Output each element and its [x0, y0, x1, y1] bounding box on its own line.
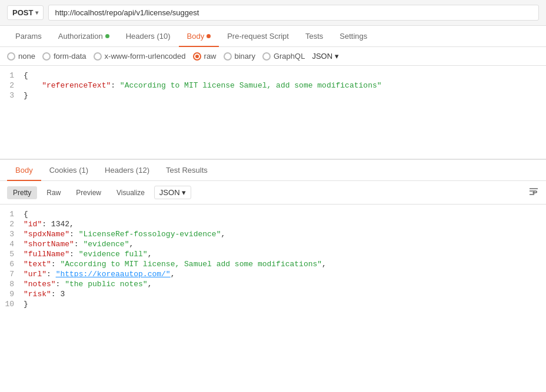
- resp-content: "id": 1342,: [24, 220, 74, 229]
- resp-line: 10}: [0, 299, 546, 309]
- req-linenum-3: 3: [0, 91, 24, 100]
- radio-form-data: [42, 52, 51, 61]
- tab-headers-label: Headers (10): [126, 32, 171, 41]
- option-form-data[interactable]: form-data: [42, 52, 86, 61]
- resp-tab-testresults[interactable]: Test Results: [158, 160, 216, 180]
- url-input[interactable]: [48, 5, 539, 21]
- req-linenum-1: 1: [0, 71, 24, 80]
- option-urlencoded-label: x-www-form-urlencoded: [105, 52, 186, 61]
- tab-body[interactable]: Body: [179, 26, 219, 46]
- tab-authorization-label: Authorization: [58, 32, 103, 41]
- radio-raw: [193, 52, 201, 61]
- response-json-dropdown[interactable]: JSON ▾: [154, 186, 191, 199]
- option-form-data-label: form-data: [54, 52, 86, 61]
- req-line-1: 1 {: [0, 71, 546, 81]
- resp-line: 6 "text": "According to MIT license, Sam…: [0, 259, 546, 269]
- authorization-dot: [105, 34, 109, 38]
- req-content-2: "referenceText": "According to MIT licen…: [24, 81, 382, 90]
- option-binary[interactable]: binary: [224, 52, 255, 61]
- resp-content: "shortName": "evidence",: [24, 240, 134, 249]
- option-raw-label: raw: [204, 52, 217, 61]
- body-type-bar: none form-data x-www-form-urlencoded raw…: [0, 47, 546, 66]
- resp-content: "risk": 3: [24, 290, 65, 299]
- resp-content: "url": "https://koreaautop.com/",: [24, 270, 175, 279]
- resp-line: 2 "id": 1342,: [0, 219, 546, 229]
- json-format-dropdown[interactable]: JSON ▾: [312, 52, 338, 61]
- option-raw[interactable]: raw: [193, 52, 217, 61]
- method-select[interactable]: POST ▾: [7, 5, 44, 20]
- req-line-2: 2 "referenceText": "According to MIT lic…: [0, 81, 546, 91]
- response-format-bar: Pretty Raw Preview Visualize JSON ▾: [0, 181, 546, 205]
- resp-linenum: 3: [0, 230, 24, 239]
- resp-line: 3 "spdxName": "LicenseRef-fossology-evid…: [0, 229, 546, 239]
- option-none[interactable]: none: [7, 52, 35, 61]
- resp-tab-headers-label: Headers (12): [105, 166, 149, 175]
- resp-linenum: 4: [0, 240, 24, 249]
- req-content-3: }: [24, 91, 28, 100]
- response-json-label: JSON ▾: [159, 188, 186, 197]
- resp-linenum: 1: [0, 210, 24, 219]
- tab-settings[interactable]: Settings: [331, 26, 375, 46]
- resp-tab-cookies-label: Cookies (1): [49, 166, 88, 175]
- req-content-1: {: [24, 71, 28, 80]
- resp-content: "spdxName": "LicenseRef-fossology-eviden…: [24, 230, 225, 239]
- req-line-3: 3 }: [0, 91, 546, 100]
- tab-tests-label: Tests: [305, 32, 323, 41]
- option-none-label: none: [18, 52, 35, 61]
- request-editor[interactable]: 1 { 2 "referenceText": "According to MIT…: [0, 66, 546, 160]
- resp-line: 7 "url": "https://koreaautop.com/",: [0, 269, 546, 279]
- format-preview[interactable]: Preview: [70, 186, 107, 199]
- json-format-label: JSON ▾: [312, 52, 338, 61]
- resp-content: "fullName": "evidence full",: [24, 250, 152, 259]
- resp-content: {: [24, 210, 28, 219]
- radio-urlencoded: [94, 52, 102, 61]
- resp-line: 9 "risk": 3: [0, 289, 546, 299]
- radio-none: [7, 52, 15, 61]
- wrap-icon[interactable]: [528, 186, 539, 199]
- radio-binary: [224, 52, 232, 61]
- resp-tab-body[interactable]: Body: [7, 160, 41, 180]
- response-editor: 1{2 "id": 1342,3 "spdxName": "LicenseRef…: [0, 205, 546, 314]
- resp-linenum: 2: [0, 220, 24, 229]
- format-pretty[interactable]: Pretty: [7, 186, 37, 199]
- url-bar: POST ▾: [0, 0, 546, 26]
- method-label: POST: [12, 8, 33, 17]
- resp-line: 1{: [0, 209, 546, 219]
- resp-line: 5 "fullName": "evidence full",: [0, 249, 546, 259]
- option-graphql[interactable]: GraphQL: [262, 52, 305, 61]
- tab-prerequest[interactable]: Pre-request Script: [219, 26, 297, 46]
- req-linenum-2: 2: [0, 81, 24, 90]
- resp-linenum: 8: [0, 280, 24, 289]
- resp-linenum: 6: [0, 260, 24, 269]
- tab-authorization[interactable]: Authorization: [50, 26, 118, 46]
- body-dot: [207, 34, 211, 38]
- method-chevron: ▾: [35, 9, 38, 16]
- resp-tab-body-label: Body: [15, 166, 33, 175]
- option-urlencoded[interactable]: x-www-form-urlencoded: [94, 52, 186, 61]
- resp-line: 8 "notes": "the public notes",: [0, 279, 546, 289]
- resp-linenum: 10: [0, 300, 24, 309]
- tab-headers[interactable]: Headers (10): [118, 26, 179, 46]
- resp-linenum: 7: [0, 270, 24, 279]
- resp-tab-testresults-label: Test Results: [166, 166, 208, 175]
- format-visualize[interactable]: Visualize: [111, 186, 151, 199]
- response-tabs: Body Cookies (1) Headers (12) Test Resul…: [0, 160, 546, 181]
- resp-content: "text": "According to MIT license, Samue…: [24, 260, 327, 269]
- resp-line: 4 "shortName": "evidence",: [0, 239, 546, 249]
- option-graphql-label: GraphQL: [274, 52, 305, 61]
- tab-prerequest-label: Pre-request Script: [227, 32, 289, 41]
- tab-body-label: Body: [187, 32, 205, 41]
- radio-graphql: [262, 52, 271, 61]
- format-raw[interactable]: Raw: [41, 186, 66, 199]
- resp-content: "notes": "the public notes",: [24, 280, 152, 289]
- resp-linenum: 9: [0, 290, 24, 299]
- resp-tab-headers[interactable]: Headers (12): [96, 160, 158, 180]
- option-binary-label: binary: [235, 52, 255, 61]
- resp-tab-cookies[interactable]: Cookies (1): [41, 160, 96, 180]
- resp-linenum: 5: [0, 250, 24, 259]
- tab-tests[interactable]: Tests: [297, 26, 331, 46]
- resp-content: }: [24, 300, 28, 309]
- tab-settings-label: Settings: [339, 32, 367, 41]
- tab-params-label: Params: [15, 32, 42, 41]
- tab-params[interactable]: Params: [7, 26, 50, 46]
